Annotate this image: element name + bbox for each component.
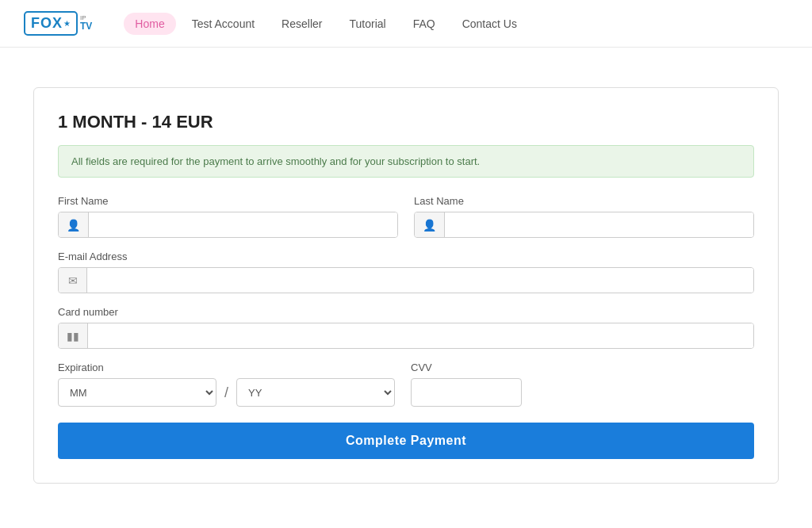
logo-star: ★ (63, 20, 71, 28)
name-row: First Name 👤 Last Name 👤 (58, 195, 754, 238)
month-select[interactable]: MM010203040506070809101112 (58, 378, 216, 407)
first-name-input[interactable] (89, 212, 397, 237)
page-content: 1 MONTH - 14 EUR All fields are required… (0, 48, 812, 523)
email-icon: ✉ (59, 268, 87, 293)
email-input[interactable] (87, 268, 753, 293)
nav-link-contact[interactable]: Contact Us (451, 13, 528, 35)
first-name-group: First Name 👤 (58, 195, 398, 238)
expiration-label: Expiration (58, 362, 395, 373)
nav-item-reseller[interactable]: Reseller (270, 17, 333, 30)
email-label: E-mail Address (58, 251, 754, 262)
plan-title: 1 MONTH - 14 EUR (58, 112, 754, 132)
first-name-label: First Name (58, 195, 398, 207)
logo-fox-text: FOX (31, 15, 63, 32)
logo-iptv: IP TV (80, 15, 92, 33)
nav-item-faq[interactable]: FAQ (402, 17, 446, 30)
expiration-selects: MM010203040506070809101112 / YY202420252… (58, 378, 395, 407)
card-label: Card number (58, 306, 754, 318)
nav-item-tutorial[interactable]: Tutorial (338, 17, 396, 30)
expiration-group: Expiration MM010203040506070809101112 / … (58, 362, 395, 407)
nav-link-home[interactable]: Home (124, 13, 175, 35)
nav-links: Home Test Account Reseller Tutorial FAQ … (124, 17, 528, 30)
year-select[interactable]: YY2024202520262027202820292030 (236, 378, 395, 407)
card-wrapper: ▮▮ (58, 323, 754, 349)
nav-item-home[interactable]: Home (124, 17, 175, 30)
payment-card: 1 MONTH - 14 EUR All fields are required… (33, 87, 779, 484)
card-number-input[interactable] (88, 323, 753, 348)
expiry-cvv-row: Expiration MM010203040506070809101112 / … (58, 362, 754, 407)
email-row: E-mail Address ✉ (58, 251, 754, 293)
email-group: E-mail Address ✉ (58, 251, 754, 293)
info-message: All fields are required for the payment … (58, 145, 754, 178)
nav-link-faq[interactable]: FAQ (402, 13, 446, 35)
nav-link-tutorial[interactable]: Tutorial (338, 13, 396, 35)
slash-separator: / (216, 378, 236, 407)
card-row: Card number ▮▮ (58, 306, 754, 349)
person-icon-last: 👤 (415, 212, 445, 237)
navbar: FOX ★ IP TV Home Test Account Reseller T… (0, 0, 812, 48)
complete-payment-button[interactable]: Complete Payment (58, 423, 754, 459)
cvv-input[interactable] (411, 378, 522, 407)
nav-link-test-account[interactable]: Test Account (181, 13, 266, 35)
card-group: Card number ▮▮ (58, 306, 754, 349)
logo[interactable]: FOX ★ IP TV (24, 11, 92, 36)
last-name-wrapper: 👤 (414, 212, 754, 238)
nav-item-test-account[interactable]: Test Account (181, 17, 266, 30)
cvv-label: CVV (411, 362, 522, 373)
first-name-wrapper: 👤 (58, 212, 398, 238)
person-icon-first: 👤 (59, 212, 89, 237)
card-icon: ▮▮ (59, 323, 88, 348)
nav-link-reseller[interactable]: Reseller (270, 13, 333, 35)
last-name-label: Last Name (414, 195, 754, 207)
email-wrapper: ✉ (58, 267, 754, 293)
logo-bracket: FOX ★ (24, 11, 78, 36)
logo-tv: TV (80, 21, 92, 32)
nav-item-contact[interactable]: Contact Us (451, 17, 528, 30)
last-name-group: Last Name 👤 (414, 195, 754, 238)
cvv-group: CVV (411, 362, 522, 407)
last-name-input[interactable] (445, 212, 753, 237)
